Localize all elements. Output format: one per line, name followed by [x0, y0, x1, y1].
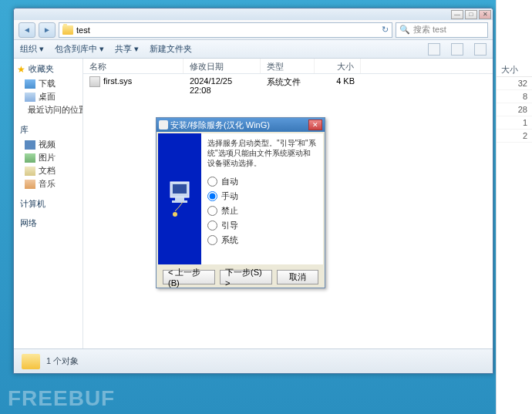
- status-bar: 1 个对象: [14, 348, 493, 373]
- sidebar: ★收藏夹 下载 桌面 最近访问的位置 库 视频 图片 文档 音乐 计算机 网络: [14, 59, 83, 348]
- video-icon: [25, 140, 35, 150]
- install-service-dialog: 安装/移除服务(汉化 WinG) ✕ 选择服务启动类型。"引导"和"系统"选项只…: [156, 117, 325, 288]
- radio-boot[interactable]: 引导: [207, 220, 317, 231]
- dialog-description: 选择服务启动类型。"引导"和"系统"选项只能由文件系统驱动和设备驱动选择。: [207, 138, 317, 168]
- col-name[interactable]: 名称: [83, 59, 184, 73]
- folder-icon: [62, 25, 73, 35]
- dialog-artwork: [158, 133, 201, 264]
- nav-bar: ◄ ► test ↻ 🔍 搜索 test: [14, 20, 493, 40]
- dialog-title: 安装/移除服务(汉化 WinG): [170, 119, 270, 131]
- sidebar-desktop[interactable]: 桌面: [17, 90, 79, 103]
- newfolder-button[interactable]: 新建文件夹: [150, 43, 192, 55]
- download-icon: [25, 79, 35, 89]
- file-date: 2024/12/25 22:08: [184, 74, 261, 97]
- sidebar-libraries[interactable]: 库: [17, 124, 79, 136]
- picture-icon: [25, 153, 35, 163]
- search-placeholder: 搜索 test: [413, 24, 446, 35]
- right-row: 1: [497, 116, 532, 130]
- search-icon: 🔍: [399, 25, 410, 35]
- maximize-button[interactable]: □: [465, 10, 477, 19]
- dialog-title-bar[interactable]: 安装/移除服务(汉化 WinG) ✕: [157, 118, 325, 132]
- right-row: 28: [497, 103, 532, 116]
- sidebar-music[interactable]: 音乐: [17, 177, 79, 190]
- svg-rect-3: [172, 200, 187, 203]
- sidebar-network[interactable]: 网络: [17, 217, 79, 229]
- refresh-icon[interactable]: ↻: [382, 25, 389, 35]
- minimize-button[interactable]: —: [451, 10, 463, 19]
- dialog-icon: [159, 120, 168, 130]
- organize-menu[interactable]: 组织 ▾: [20, 43, 44, 55]
- radio-disabled[interactable]: 禁止: [207, 205, 317, 217]
- sidebar-videos[interactable]: 视频: [17, 138, 79, 151]
- col-size[interactable]: 大小: [315, 59, 361, 73]
- window-title-bar[interactable]: — □ ✕: [14, 8, 493, 20]
- right-panel: 大小 32 8 28 1 2: [496, 0, 532, 414]
- file-size: 4 KB: [315, 74, 361, 97]
- back-button[interactable]: < 上一步(B): [163, 270, 215, 284]
- view-icon[interactable]: [428, 43, 440, 56]
- document-icon: [25, 167, 35, 176]
- close-button[interactable]: ✕: [479, 10, 491, 19]
- dialog-body: 选择服务启动类型。"引导"和"系统"选项只能由文件系统驱动和设备驱动选择。 自动…: [158, 133, 323, 264]
- svg-point-4: [173, 212, 177, 217]
- column-headers[interactable]: 名称 修改日期 类型 大小: [83, 59, 493, 74]
- status-count: 1 个对象: [46, 355, 79, 367]
- search-box[interactable]: 🔍 搜索 test: [396, 22, 488, 38]
- file-row[interactable]: first.sys 2024/12/25 22:08 系统文件 4 KB: [83, 74, 493, 97]
- radio-auto[interactable]: 自动: [207, 176, 317, 187]
- sidebar-pictures[interactable]: 图片: [17, 151, 79, 164]
- svg-rect-2: [175, 197, 184, 200]
- sidebar-documents[interactable]: 文档: [17, 164, 79, 177]
- star-icon: ★: [17, 64, 25, 75]
- sidebar-recent[interactable]: 最近访问的位置: [17, 103, 79, 116]
- music-icon: [25, 180, 35, 189]
- back-button[interactable]: ◄: [19, 22, 35, 38]
- right-row: 8: [497, 90, 532, 103]
- address-path: test: [76, 25, 90, 35]
- sidebar-downloads[interactable]: 下载: [17, 77, 79, 90]
- radio-system[interactable]: 系统: [207, 234, 317, 246]
- include-menu[interactable]: 包含到库中 ▾: [55, 43, 104, 55]
- dialog-buttons: < 上一步(B) 下一步(S) > 取消: [157, 266, 325, 288]
- folder-icon: [22, 354, 40, 369]
- col-date[interactable]: 修改日期: [184, 59, 261, 73]
- help-icon[interactable]: [474, 43, 487, 56]
- desktop-icon: [25, 93, 35, 102]
- forward-button[interactable]: ►: [39, 22, 56, 38]
- preview-icon[interactable]: [451, 43, 463, 56]
- col-type[interactable]: 类型: [261, 59, 315, 73]
- address-bar[interactable]: test ↻: [59, 22, 392, 38]
- dialog-form: 选择服务启动类型。"引导"和"系统"选项只能由文件系统驱动和设备驱动选择。 自动…: [201, 133, 323, 264]
- toolbar: 组织 ▾ 包含到库中 ▾ 共享 ▾ 新建文件夹: [14, 40, 493, 59]
- watermark: FREEBUF: [8, 386, 115, 411]
- svg-rect-1: [173, 184, 187, 194]
- file-name: first.sys: [103, 76, 132, 86]
- right-header[interactable]: 大小: [497, 62, 532, 77]
- file-type: 系统文件: [261, 74, 315, 97]
- right-row: 2: [497, 130, 532, 143]
- radio-manual[interactable]: 手动: [207, 190, 317, 202]
- sidebar-computer[interactable]: 计算机: [17, 198, 79, 210]
- sidebar-favorites[interactable]: ★收藏夹: [17, 63, 79, 75]
- sysfile-icon: [89, 76, 100, 87]
- dialog-close-button[interactable]: ✕: [308, 119, 322, 130]
- cancel-button[interactable]: 取消: [277, 270, 318, 284]
- next-button[interactable]: 下一步(S) >: [220, 270, 272, 284]
- share-menu[interactable]: 共享 ▾: [115, 43, 139, 55]
- right-row: 32: [497, 77, 532, 90]
